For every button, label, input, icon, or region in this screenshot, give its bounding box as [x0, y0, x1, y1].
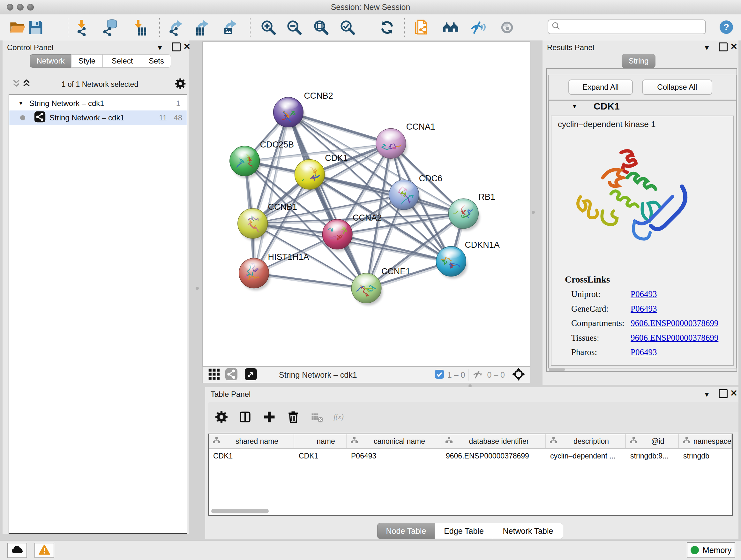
shared-column-icon [445, 437, 453, 446]
collapse-all-icon[interactable] [22, 79, 30, 90]
tab-node-table[interactable]: Node Table [377, 523, 435, 539]
node-label: CCNB1 [268, 202, 297, 212]
shared-column-icon [350, 437, 358, 446]
close-panel-icon[interactable]: ✕ [730, 41, 738, 52]
grid-view-icon[interactable] [208, 368, 220, 382]
hidden-eye-icon[interactable] [472, 368, 484, 381]
zoom-fit-button[interactable] [312, 19, 329, 36]
crosslink-link[interactable]: P06493 [630, 304, 657, 314]
gear-icon[interactable] [174, 78, 186, 91]
table-row[interactable]: CDK1CDK1P064939606.ENSP00000378699cyclin… [209, 449, 732, 463]
undock-panel-icon[interactable] [719, 43, 728, 51]
move-icon[interactable] [512, 367, 526, 382]
undock-panel-icon[interactable] [172, 43, 181, 51]
results-scrollbar[interactable] [549, 368, 565, 371]
tab-style[interactable]: Style [71, 54, 103, 68]
selected-checkbox[interactable] [434, 369, 444, 380]
column-header-namespace[interactable]: namespace [679, 434, 732, 448]
help-button[interactable]: ? [719, 19, 736, 37]
zoom-fit-icon [312, 32, 329, 37]
zoom-out-button[interactable] [285, 19, 302, 36]
import-network-from-file-button[interactable] [74, 19, 91, 36]
warnings-button[interactable] [35, 543, 54, 558]
network-edge[interactable] [254, 273, 366, 288]
function-button[interactable]: f(x) [333, 410, 347, 424]
tab-network[interactable]: Network [30, 54, 71, 68]
split-columns-button[interactable] [238, 410, 252, 424]
network-from-selection-button[interactable] [414, 19, 431, 36]
highlight-neighbors-button[interactable] [498, 19, 516, 36]
column-header-shared-name[interactable]: shared name [209, 434, 294, 448]
search-box[interactable] [548, 19, 706, 34]
crosslink-row: GeneCard:P06493 [551, 302, 733, 316]
crosslink-link[interactable]: 9606.ENSP00000378699 [630, 333, 718, 343]
search-input[interactable] [561, 22, 705, 31]
birdseye-icon[interactable] [245, 368, 257, 382]
horizontal-scrollbar[interactable] [211, 509, 269, 513]
undock-panel-icon[interactable] [719, 389, 728, 398]
tab-edge-table[interactable]: Edge Table [434, 523, 493, 539]
import-network-from-database-button[interactable] [101, 19, 118, 36]
table-cell[interactable]: cyclin–dependent ... [546, 449, 626, 463]
table-cell[interactable]: stringdb:9... [626, 449, 679, 463]
protein-structure-image [569, 146, 693, 260]
tree-expanded-icon[interactable]: ▼ [18, 100, 23, 107]
node-table: shared namenamecanonical namedatabase id… [208, 434, 733, 516]
apply-preferred-layout-button[interactable] [379, 19, 396, 36]
network-node-CCNE1[interactable] [351, 273, 383, 306]
save-session-button[interactable] [27, 19, 44, 36]
import-table-from-file-button[interactable] [131, 19, 148, 36]
column-header-canonical-name[interactable]: canonical name [347, 434, 441, 448]
plus-button[interactable] [262, 410, 276, 424]
column-header-description[interactable]: description [546, 434, 626, 448]
splitter-handle-left[interactable] [196, 287, 199, 290]
delete-table-button[interactable] [310, 410, 324, 424]
network-node-CDKN1A[interactable] [436, 246, 468, 279]
tab-network-table[interactable]: Network Table [493, 523, 563, 539]
export-network-button[interactable] [168, 19, 185, 36]
float-panel-icon[interactable]: ▼ [703, 391, 711, 398]
zoom-in-button[interactable] [259, 19, 277, 36]
table-cell[interactable]: CDK1 [294, 449, 347, 463]
cloud-status-button[interactable] [7, 543, 27, 558]
network-node-CCNA1[interactable] [376, 128, 408, 161]
network-overview-button[interactable] [442, 19, 459, 36]
tab-sets[interactable]: Sets [142, 54, 171, 68]
gear-button[interactable] [214, 410, 228, 424]
export-table-button[interactable] [194, 19, 211, 36]
table-cell[interactable]: stringdb [679, 449, 732, 463]
column-header-database-identifier[interactable]: database identifier [441, 434, 546, 448]
splitter-handle-right[interactable] [532, 211, 535, 214]
share-view-icon[interactable] [225, 368, 238, 382]
collapse-all-button[interactable]: Collapse All [642, 79, 712, 95]
float-panel-icon[interactable]: ▼ [703, 44, 711, 51]
tab-string[interactable]: String [622, 54, 656, 68]
close-panel-icon[interactable]: ✕ [730, 388, 738, 398]
network-row-selected[interactable]: String Network – cdk1 11 48 [9, 111, 187, 125]
open-session-button[interactable] [9, 19, 26, 36]
export-image-button[interactable] [222, 19, 239, 36]
network-canvas[interactable]: CCNB2CCNA1CDC25BCDK1CDC6RB1CCNB1CCNA2CDK… [202, 42, 530, 367]
crosslink-link[interactable]: 9606.ENSP00000378699 [630, 318, 718, 328]
trash-button[interactable] [286, 410, 300, 424]
network-node-CDC6[interactable] [389, 180, 420, 212]
column-header-name[interactable]: name [294, 434, 347, 448]
zoom-selected-button[interactable] [339, 19, 356, 36]
crosslink-link[interactable]: P06493 [630, 348, 657, 357]
table-cell[interactable]: P06493 [347, 449, 441, 463]
expand-all-button[interactable]: Expand All [568, 79, 633, 95]
memory-button[interactable]: Memory [687, 542, 735, 558]
tab-select[interactable]: Select [103, 54, 142, 68]
table-panel-title: Table Panel [211, 390, 251, 399]
table-cell[interactable]: 9606.ENSP00000378699 [441, 449, 546, 463]
network-collection-row[interactable]: ▼ String Network – cdk1 1 [9, 97, 187, 111]
float-panel-icon[interactable]: ▼ [156, 44, 163, 51]
network-node-HIST1H1A[interactable] [238, 258, 270, 291]
expand-all-icon[interactable] [12, 79, 20, 90]
section-expanded-icon[interactable]: ▼ [572, 104, 577, 110]
column-header-@id[interactable]: @id [626, 434, 679, 448]
hide-graphics-details-button[interactable] [469, 19, 486, 36]
crosslink-link[interactable]: P06493 [630, 289, 657, 299]
table-cell[interactable]: CDK1 [209, 449, 294, 463]
close-panel-icon[interactable]: ✕ [183, 41, 191, 52]
